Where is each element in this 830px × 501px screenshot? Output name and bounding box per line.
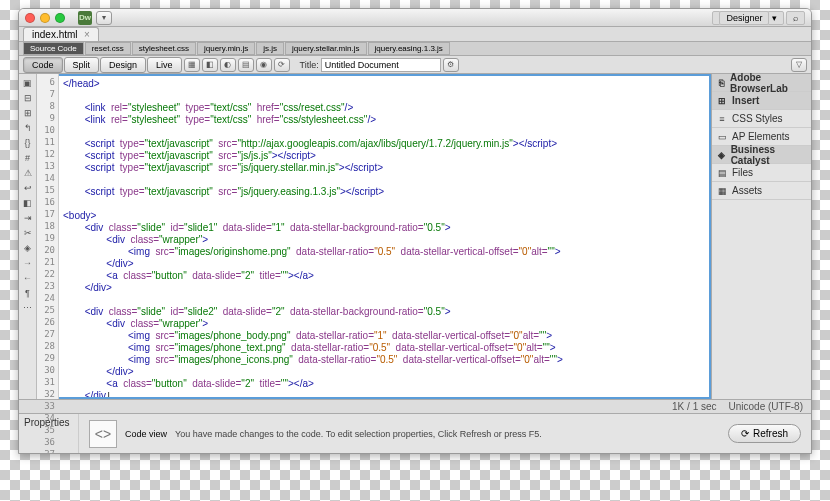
highlight-invalid-icon[interactable]: ⚠	[20, 166, 36, 180]
panel-icon: ⎘	[716, 77, 726, 89]
close-tab-icon[interactable]: ×	[84, 29, 90, 40]
inspect-icon[interactable]: ▦	[184, 58, 200, 72]
options-icon[interactable]: ⚙	[443, 58, 459, 72]
workspace-selector[interactable]: Designer ▾	[712, 11, 784, 25]
view-mode-button[interactable]: Live	[147, 57, 182, 73]
snippets-icon[interactable]: ✂	[20, 226, 36, 240]
open-documents-icon[interactable]: ▣	[20, 76, 36, 90]
document-tab-row: index.html ×	[19, 27, 811, 42]
panel-item[interactable]: ▦Assets	[712, 182, 811, 200]
window-maximize-button[interactable]	[55, 13, 65, 23]
move-css-icon[interactable]: ◈	[20, 241, 36, 255]
related-file-tab[interactable]: jquery.easing.1.3.js	[368, 42, 450, 55]
document-tab[interactable]: index.html ×	[23, 27, 99, 41]
browser-preview-icon[interactable]: ◉	[256, 58, 272, 72]
window-close-button[interactable]	[25, 13, 35, 23]
expand-icon[interactable]: ⊞	[20, 106, 36, 120]
outdent-icon[interactable]: ←	[20, 271, 36, 285]
document-title-input[interactable]	[321, 58, 441, 72]
code-view-label: Code view	[125, 429, 167, 439]
window-minimize-button[interactable]	[40, 13, 50, 23]
panel-icon: ▤	[716, 167, 728, 179]
select-parent-icon[interactable]: ↰	[20, 121, 36, 135]
app-icon: Dw	[78, 11, 92, 25]
panel-item[interactable]: ◈Business Catalyst	[712, 146, 811, 164]
status-bar: 1K / 1 sec Unicode (UTF-8)	[19, 399, 811, 413]
panel-icon: ≡	[716, 113, 728, 125]
code-view-icon: <>	[89, 420, 117, 448]
panel-icon: ▦	[716, 185, 728, 197]
format-icon[interactable]: ¶	[20, 286, 36, 300]
refresh-button[interactable]: ⟳ Refresh	[728, 424, 801, 443]
panel-item[interactable]: ⎘Adobe BrowserLab	[712, 74, 811, 92]
properties-panel-title: Properties	[19, 414, 79, 453]
filter-icon[interactable]: ▽	[791, 58, 807, 72]
app-window: Dw ▾ Designer ▾ ⌕ index.html × Source Co…	[18, 8, 812, 454]
layout-dropdown-icon[interactable]: ▾	[96, 11, 112, 25]
titlebar: Dw ▾ Designer ▾ ⌕	[19, 9, 811, 27]
view-toolbar: CodeSplitDesignLive ▦ ◧ ◐ ▤ ◉ ⟳ Title: ⚙…	[19, 56, 811, 74]
indent-icon[interactable]: →	[20, 256, 36, 270]
related-file-tab[interactable]: js.js	[256, 42, 284, 55]
related-file-tab[interactable]: jquery.min.js	[197, 42, 255, 55]
document-tab-label: index.html	[32, 29, 78, 40]
line-number-gutter: 6789101112131415161718192021222324252627…	[37, 74, 59, 399]
view-mode-button[interactable]: Split	[64, 57, 100, 73]
view-mode-button[interactable]: Design	[100, 57, 146, 73]
file-mgmt-icon[interactable]: ▤	[238, 58, 254, 72]
code-editor[interactable]: </head> <link rel="stylesheet" type="tex…	[59, 74, 711, 399]
encoding-status: Unicode (UTF-8)	[729, 401, 803, 412]
code-toolbar: ▣ ⊟ ⊞ ↰ {} # ⚠ ↩ ◧ ⇥ ✂ ◈ → ← ¶ ⋯	[19, 74, 37, 399]
related-file-tab[interactable]: jquery.stellar.min.js	[285, 42, 366, 55]
related-file-tab[interactable]: stylesheet.css	[132, 42, 196, 55]
view-mode-button[interactable]: Code	[23, 57, 63, 73]
properties-message: You have made changes to the code. To ed…	[175, 429, 720, 439]
line-numbers-icon[interactable]: #	[20, 151, 36, 165]
panel-item[interactable]: ≡CSS Styles	[712, 110, 811, 128]
collapse-icon[interactable]: ⊟	[20, 91, 36, 105]
auto-indent-icon[interactable]: ⇥	[20, 211, 36, 225]
panel-icon: ⊞	[716, 95, 728, 107]
properties-panel: Properties <> Code view You have made ch…	[19, 413, 811, 453]
balance-braces-icon[interactable]: {}	[20, 136, 36, 150]
related-file-tab[interactable]: Source Code	[23, 42, 84, 55]
panel-icon: ◈	[716, 149, 727, 161]
refresh-icon[interactable]: ⟳	[274, 58, 290, 72]
related-file-tab[interactable]: reset.css	[85, 42, 131, 55]
preview-icon[interactable]: ◐	[220, 58, 236, 72]
syntax-coloring-icon[interactable]: ◧	[20, 196, 36, 210]
panel-item[interactable]: ⊞Insert	[712, 92, 811, 110]
live-code-icon[interactable]: ◧	[202, 58, 218, 72]
comment-icon[interactable]: ⋯	[20, 301, 36, 315]
panel-icon: ▭	[716, 131, 728, 143]
title-label: Title:	[300, 60, 319, 70]
search-icon[interactable]: ⌕	[786, 11, 805, 25]
main-area: ▣ ⊟ ⊞ ↰ {} # ⚠ ↩ ◧ ⇥ ✂ ◈ → ← ¶ ⋯ 6789101…	[19, 74, 811, 399]
refresh-arrow-icon: ⟳	[741, 428, 749, 439]
related-files-row: Source Codereset.cssstylesheet.cssjquery…	[19, 42, 811, 56]
panels-sidebar: ⎘Adobe BrowserLab⊞Insert≡CSS Styles▭AP E…	[711, 74, 811, 399]
file-size-status: 1K / 1 sec	[672, 401, 716, 412]
panel-item[interactable]: ▤Files	[712, 164, 811, 182]
word-wrap-icon[interactable]: ↩	[20, 181, 36, 195]
